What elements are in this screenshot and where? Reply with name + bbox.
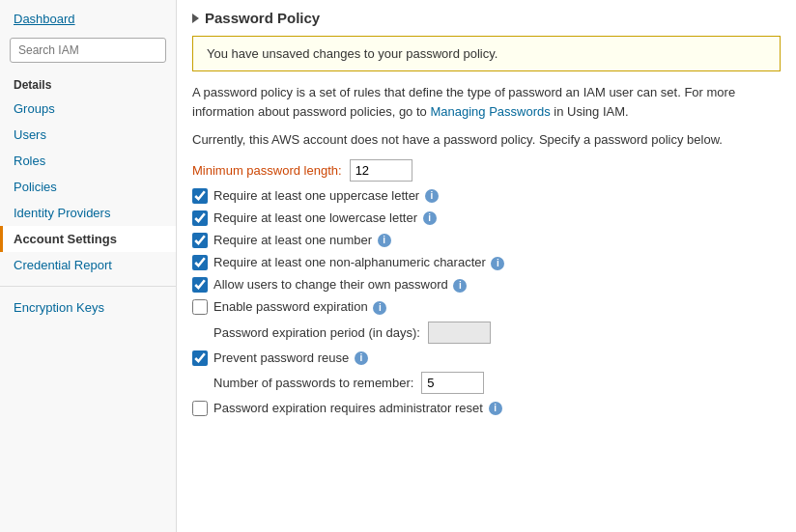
info-text-in-using-iam: in Using IAM. [554, 104, 628, 119]
info-text: A password policy is a set of rules that… [192, 83, 781, 121]
search-input[interactable] [10, 38, 166, 63]
checkbox-nonalpha-row: Require at least one non-alphanumeric ch… [192, 254, 781, 271]
min-password-length-row: Minimum password length: [192, 159, 781, 182]
checkbox-admin-reset-row: Password expiration requires administrat… [192, 400, 781, 417]
checkbox-lowercase[interactable] [192, 210, 208, 226]
sidebar-item-credential-report[interactable]: Credential Report [0, 252, 176, 278]
sidebar-item-groups[interactable]: Groups [0, 96, 176, 122]
min-length-input[interactable] [350, 159, 412, 182]
sidebar: Dashboard Details Groups Users Roles Pol… [0, 0, 177, 532]
passwords-remember-label: Number of passwords to remember: [213, 376, 413, 390]
info-icon-nonalpha[interactable]: i [491, 257, 504, 270]
passwords-remember-row: Number of passwords to remember: [213, 372, 781, 394]
min-length-label: Minimum password length: [192, 163, 342, 178]
warning-banner: You have unsaved changes to your passwor… [192, 36, 781, 71]
checkbox-lowercase-label: Require at least one lowercase letter i [213, 210, 437, 227]
checkbox-number[interactable] [192, 233, 208, 248]
sidebar-item-roles[interactable]: Roles [0, 148, 176, 174]
sidebar-item-encryption-keys[interactable]: Encryption Keys [0, 294, 176, 321]
info-icon-allow-change[interactable]: i [453, 279, 467, 293]
sidebar-collapse-button[interactable]: ◀ [176, 252, 177, 281]
sidebar-divider [0, 286, 176, 287]
checkbox-admin-reset-label: Password expiration requires administrat… [213, 400, 502, 417]
checkbox-reuse-label: Prevent password reuse i [213, 350, 368, 367]
info-icon-lowercase[interactable]: i [423, 211, 437, 225]
expiration-period-label: Password expiration period (in days): [213, 325, 420, 340]
checkbox-allow-change-row: Allow users to change their own password… [192, 276, 781, 294]
section-title: Password Policy [205, 10, 320, 26]
checkbox-number-label: Require at least one number i [213, 232, 391, 249]
checkbox-uppercase-row: Require at least one uppercase letter i [192, 187, 781, 205]
sidebar-item-account-settings[interactable]: Account Settings [0, 226, 176, 252]
sidebar-item-identity-providers[interactable]: Identity Providers [0, 200, 176, 226]
info-icon-expiration[interactable]: i [373, 301, 386, 315]
main-content: Password Policy You have unsaved changes… [177, 0, 796, 532]
checkbox-reuse[interactable] [192, 350, 208, 366]
info-icon-reuse[interactable]: i [355, 351, 368, 365]
checkbox-uppercase-label: Require at least one uppercase letter i [213, 187, 439, 205]
sidebar-item-users[interactable]: Users [0, 122, 176, 148]
checkbox-nonalpha[interactable] [192, 255, 208, 270]
checkbox-uppercase[interactable] [192, 188, 208, 204]
expiration-period-input[interactable] [428, 322, 491, 344]
checkbox-reuse-row: Prevent password reuse i [192, 350, 781, 367]
checkbox-expiration-label: Enable password expiration i [213, 298, 386, 316]
current-policy-text: Currently, this AWS account does not hav… [192, 130, 781, 150]
collapse-triangle-icon[interactable] [192, 14, 199, 23]
expiration-period-row: Password expiration period (in days): [213, 322, 781, 344]
section-header: Password Policy [192, 10, 781, 26]
sidebar-item-policies[interactable]: Policies [0, 174, 176, 200]
warning-text: You have unsaved changes to your passwor… [207, 46, 498, 61]
checkbox-allow-change-label: Allow users to change their own password… [213, 276, 467, 294]
checkbox-expiration-row: Enable password expiration i [192, 298, 781, 316]
sidebar-dashboard-link[interactable]: Dashboard [0, 0, 176, 34]
checkbox-allow-change[interactable] [192, 277, 208, 293]
info-icon-uppercase[interactable]: i [425, 189, 439, 203]
info-icon-number[interactable]: i [378, 234, 391, 247]
checkbox-lowercase-row: Require at least one lowercase letter i [192, 210, 781, 227]
checkbox-number-row: Require at least one number i [192, 232, 781, 249]
passwords-remember-input[interactable] [421, 372, 484, 394]
managing-passwords-link[interactable]: Managing Passwords [430, 104, 550, 119]
info-icon-admin-reset[interactable]: i [489, 402, 502, 415]
checkbox-admin-reset[interactable] [192, 401, 208, 416]
checkbox-expiration[interactable] [192, 299, 208, 315]
details-section-label: Details [0, 72, 176, 96]
checkbox-nonalpha-label: Require at least one non-alphanumeric ch… [213, 254, 504, 271]
